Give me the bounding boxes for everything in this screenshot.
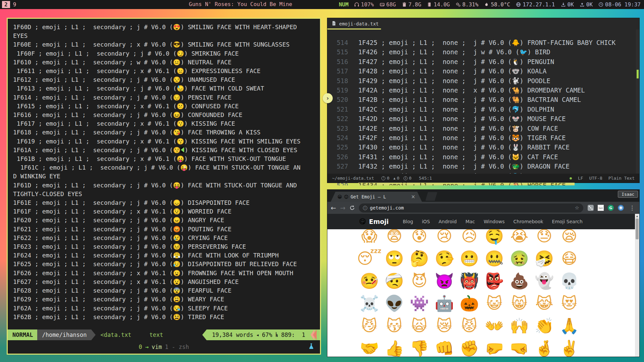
nav-link-ios[interactable]: iOS [422, 219, 430, 224]
emoji-item[interactable]: 😺 [482, 292, 507, 314]
status-item: 08-06 19:37 [598, 1, 641, 8]
editor-line: 5241F42F ; emoji ; L1 ; none ; j # V6.0 … [332, 133, 639, 142]
site-info-icon[interactable]: i [363, 206, 367, 210]
scroll-up-arrow-icon[interactable]: ▲ [635, 214, 639, 218]
emoji-item[interactable]: 😽 [382, 314, 407, 337]
emoji-item[interactable]: 🙏 [557, 314, 582, 337]
browser-tab[interactable]: 😀 😊 Get Emoji — L × [331, 192, 422, 202]
emoji-item[interactable]: 👹 [457, 269, 482, 292]
emoji-item[interactable]: 🙀 [407, 314, 432, 337]
terminal-line: 1F616 ; emoji ; L1 ; secondary ; j # V6.… [13, 111, 315, 119]
emoji-item[interactable]: 🙌 [507, 314, 532, 337]
terminal-line: 1F61F ; emoji ; L1 ; secondary ; x # V6.… [13, 207, 315, 216]
browser-profile-chip[interactable]: Isaac [618, 191, 638, 198]
browser-window[interactable]: 😀 😊 Get Emoji — L × Isaac ← → i getemoji… [327, 189, 640, 357]
emoji-item[interactable]: 😼 [357, 314, 382, 337]
workspace-active[interactable]: 2 [2, 1, 10, 8]
emoji-item[interactable]: 👊 [432, 337, 457, 357]
emoji-item[interactable]: 😾 [457, 314, 482, 337]
nav-link-emoji-search[interactable]: Emoji Search [552, 219, 583, 224]
emoji-item[interactable]: 👺 [482, 269, 507, 292]
eol-type[interactable]: LF [578, 176, 583, 181]
syntax-mode[interactable]: Plain Text [608, 176, 635, 181]
font-extension-icon[interactable]: font [597, 204, 604, 211]
emoji-item[interactable]: 💀 [557, 269, 582, 292]
emoji-item[interactable]: 👾 [407, 292, 432, 314]
emoji-item[interactable]: 😻 [557, 292, 582, 314]
nav-link-mac[interactable]: Mac [466, 219, 475, 224]
emoji-item[interactable]: 👻 [532, 269, 557, 292]
page-scrollbar[interactable]: ▲ [635, 214, 639, 357]
expand-panel-button[interactable]: › [323, 93, 333, 103]
tmux-other-window[interactable]: 1 - zsh [165, 344, 189, 350]
emoji-item[interactable]: 🤛 [482, 337, 507, 357]
nav-link-android[interactable]: Android [439, 219, 457, 224]
bookmark-star-icon[interactable]: ☆ [575, 205, 579, 211]
emoji-item[interactable]: ✊ [457, 337, 482, 357]
emoji-item[interactable]: 😸 [507, 292, 532, 314]
info-circle-icon: i [404, 176, 408, 180]
emoji-item[interactable]: 👐 [482, 314, 507, 337]
text-editor-window[interactable]: emoji-data.txt 5141F425 ; emoji ; L1 ; n… [327, 18, 640, 183]
site-logo[interactable]: 😋 Emoji [359, 218, 389, 226]
emoji-item[interactable]: 🤧 [532, 247, 557, 269]
emoji-item[interactable]: 👿 [432, 269, 457, 292]
encoding[interactable]: UTF-8 [589, 176, 602, 181]
editor-scrollbar[interactable] [636, 29, 639, 174]
nav-link-chromebook[interactable]: Chromebook [514, 219, 543, 224]
emoji-item[interactable]: 😹 [532, 292, 557, 314]
emoji-item[interactable]: ✌️ [557, 337, 582, 357]
emoji-item[interactable]: 😴 [357, 247, 382, 269]
emoji-item[interactable]: 🤝 [357, 337, 382, 357]
emoji-item[interactable]: 👍 [382, 337, 407, 357]
reload-button[interactable] [350, 205, 355, 210]
scrollbar-thumb[interactable] [637, 70, 639, 78]
emoji-item[interactable]: ☠️ [357, 292, 382, 314]
back-button[interactable]: ← [331, 205, 336, 211]
emoji-item[interactable]: 🤔 [407, 247, 432, 269]
url-text[interactable]: getemoji.com [370, 205, 404, 210]
dice-extension-icon[interactable] [587, 204, 594, 211]
emoji-item[interactable]: 🤒 [357, 269, 382, 292]
close-tab-icon[interactable]: × [411, 194, 415, 200]
terminal-line: D WINKING EYE [13, 172, 315, 181]
editor-text-area[interactable]: 5141F425 ; emoji ; L1 ; none ; j # V6.0 … [327, 29, 639, 181]
emoji-item[interactable]: 🤖 [432, 292, 457, 314]
diagnostic-count: ▲0 [393, 176, 399, 181]
address-bar[interactable]: i getemoji.com ☆ [359, 203, 583, 213]
emoji-item[interactable]: 😷 [557, 247, 582, 269]
emoji-item[interactable]: 🙄 [382, 247, 407, 269]
browser-menu-icon[interactable]: ⋮ [628, 204, 636, 211]
terminal-window[interactable]: 1F60D ; emoji ; L1 ; secondary ; j # V6.… [7, 18, 321, 355]
editor-tab-bar: emoji-data.txt [327, 18, 639, 29]
emoji-item[interactable]: 🤞 [532, 337, 557, 357]
emoji-item[interactable]: 😈 [407, 269, 432, 292]
terminal-line: 1F622 ; emoji ; L1 ; secondary ; j # V6.… [13, 234, 315, 242]
tmux-active-window[interactable]: vim [152, 344, 162, 350]
emoji-item[interactable]: 🤐 [482, 247, 507, 269]
emoji-item[interactable]: 👽 [382, 292, 407, 314]
blue-circle-extension-icon[interactable] [618, 204, 624, 211]
scrollbar-thumb[interactable] [636, 219, 639, 239]
workspace-other[interactable]: 9 [13, 1, 16, 8]
tmux-window-index[interactable]: 0 [139, 344, 142, 350]
emoji-item[interactable]: 💩 [507, 269, 532, 292]
green-circle-extension-icon[interactable]: G [607, 204, 614, 211]
emoji-item[interactable]: 🎃 [457, 292, 482, 314]
editor-tab[interactable]: emoji-data.txt [327, 18, 386, 29]
emoji-item[interactable]: 😿 [432, 314, 457, 337]
emoji-item[interactable]: 🤥 [432, 247, 457, 269]
caret-position: 545:1 [419, 176, 432, 181]
emoji-item[interactable]: 👏 [532, 314, 557, 337]
nav-link-blog[interactable]: Blog [403, 219, 413, 224]
emoji-item[interactable]: 🤕 [382, 269, 407, 292]
new-tab-button[interactable] [425, 192, 437, 201]
emoji-item[interactable]: 😬 [457, 247, 482, 269]
diagnostic-count: i0 [404, 176, 412, 181]
status-value: 0K [586, 1, 593, 8]
nav-link-windows[interactable]: Windows [484, 219, 505, 224]
emoji-item[interactable]: 👎 [407, 337, 432, 357]
emoji-item[interactable]: 🤢 [507, 247, 532, 269]
separator-triangle-icon: ◀ [257, 333, 259, 337]
emoji-item[interactable]: 🤜 [507, 337, 532, 357]
